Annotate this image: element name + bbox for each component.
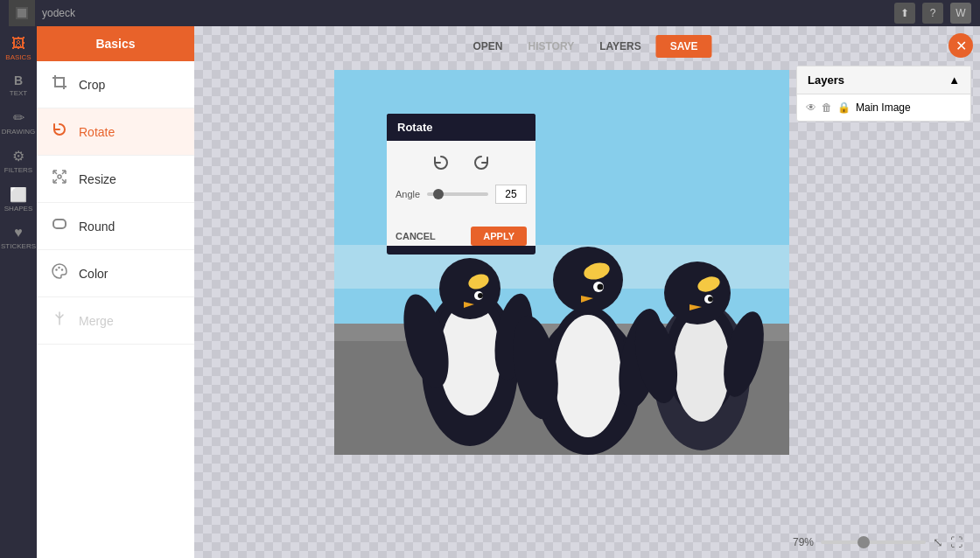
zoom-percent: 79%	[793, 536, 814, 548]
svg-point-4	[55, 269, 57, 270]
rotate-icon	[51, 121, 68, 143]
expand-icon[interactable]: ⤡	[933, 535, 943, 549]
apply-button[interactable]: APPLY	[471, 227, 527, 246]
angle-input[interactable]	[495, 185, 527, 204]
app-title: yodeck	[42, 7, 894, 19]
round-icon	[51, 215, 68, 237]
left-sidebar: 🖼 BASICS B TEXT ✏ DRAWING ⚙ FILTERS ⬜ SH…	[0, 26, 37, 558]
svg-rect-1	[18, 9, 26, 17]
tools-panel: Basics Crop Rotate	[37, 26, 194, 558]
layer-delete-icon[interactable]: 🗑	[822, 101, 832, 114]
app-logo	[9, 0, 35, 26]
resize-label: Resize	[79, 172, 116, 186]
shapes-icon: ⬜	[10, 186, 27, 203]
top-bar: yodeck ⬆ ? W	[0, 0, 980, 26]
angle-slider-thumb	[433, 189, 444, 199]
zoom-bar: 79% ⤡ ⛶	[793, 535, 962, 549]
svg-point-22	[555, 315, 621, 437]
close-button[interactable]: ✕	[948, 33, 973, 58]
rotate-popup-footer: CANCEL APPLY	[387, 220, 536, 246]
basics-icon: 🖼	[11, 36, 25, 52]
color-icon	[51, 262, 68, 284]
tools-header: Basics	[37, 26, 194, 61]
round-label: Round	[79, 220, 115, 234]
tool-crop[interactable]: Crop	[37, 61, 194, 108]
history-button[interactable]: HISTORY	[517, 35, 584, 58]
zoom-slider-thumb	[858, 536, 870, 548]
save-button[interactable]: SAVE	[656, 35, 712, 58]
sidebar-item-stickers[interactable]: ♥ STICKERS	[2, 220, 35, 255]
svg-rect-3	[53, 220, 66, 228]
svg-point-23	[553, 247, 623, 313]
layer-name: Main Image	[856, 101, 962, 114]
svg-point-17	[478, 293, 483, 298]
layer-lock-icon[interactable]: 🔒	[837, 101, 850, 114]
fullscreen-icon[interactable]: ⛶	[950, 535, 962, 549]
angle-label: Angle	[396, 189, 420, 199]
tool-color[interactable]: Color	[37, 250, 194, 297]
sidebar-item-shapes[interactable]: ⬜ SHAPES	[2, 181, 35, 218]
tool-merge[interactable]: Merge	[37, 297, 194, 345]
angle-row: Angle	[396, 185, 527, 204]
rotate-direction-icons	[396, 150, 527, 176]
tool-rotate[interactable]: Rotate	[37, 108, 194, 156]
layers-panel: Layers ▲ 👁 🗑 🔒 Main Image	[796, 66, 971, 122]
stickers-icon: ♥	[14, 225, 23, 241]
help-icon[interactable]: ?	[922, 3, 943, 24]
rotate-popup-body: Angle	[387, 141, 536, 220]
rotate-popup-title: Rotate	[387, 114, 536, 141]
layers-header: Layers ▲	[797, 66, 970, 94]
drawing-icon: ✏	[13, 109, 24, 126]
layers-title: Layers	[808, 73, 844, 87]
color-label: Color	[79, 267, 108, 281]
sidebar-item-drawing[interactable]: ✏ DRAWING	[2, 104, 35, 141]
svg-point-2	[58, 175, 61, 178]
tool-round[interactable]: Round	[37, 203, 194, 250]
rotate-popup: Rotate	[387, 114, 536, 255]
canvas-toolbar: OPEN HISTORY LAYERS SAVE	[462, 35, 711, 58]
svg-point-26	[598, 284, 604, 290]
layer-visible-icon[interactable]: 👁	[806, 101, 816, 114]
sidebar-item-basics[interactable]: 🖼 BASICS	[2, 31, 35, 66]
tool-resize[interactable]: Resize	[37, 156, 194, 203]
svg-point-14	[439, 258, 500, 319]
svg-point-5	[58, 267, 60, 269]
canvas-area: OPEN HISTORY LAYERS SAVE Rotate	[194, 26, 980, 558]
top-bar-actions: ⬆ ? W	[894, 3, 971, 24]
rotate-right-button[interactable]	[468, 150, 494, 176]
zoom-slider[interactable]	[821, 541, 926, 544]
crop-icon	[51, 73, 68, 95]
open-button[interactable]: OPEN	[462, 35, 513, 58]
svg-point-35	[708, 296, 713, 302]
crop-label: Crop	[79, 78, 105, 92]
user-icon[interactable]: W	[950, 3, 971, 24]
layers-button[interactable]: LAYERS	[589, 35, 652, 58]
angle-slider[interactable]	[427, 192, 488, 196]
rotate-left-button[interactable]	[428, 150, 454, 176]
merge-icon	[51, 310, 68, 331]
sidebar-item-text[interactable]: B TEXT	[2, 68, 35, 102]
main-layout: 🖼 BASICS B TEXT ✏ DRAWING ⚙ FILTERS ⬜ SH…	[0, 26, 980, 558]
cancel-button[interactable]: CANCEL	[396, 227, 436, 246]
text-icon: B	[14, 73, 23, 87]
svg-point-32	[664, 262, 731, 324]
layer-item[interactable]: 👁 🗑 🔒 Main Image	[797, 94, 970, 121]
sidebar-item-filters[interactable]: ⚙ FILTERS	[2, 143, 35, 179]
cloud-icon[interactable]: ⬆	[894, 3, 915, 24]
rotate-label: Rotate	[79, 125, 115, 139]
svg-point-6	[61, 269, 63, 270]
svg-point-31	[674, 313, 730, 422]
layers-collapse-icon[interactable]: ▲	[948, 73, 960, 87]
merge-label: Merge	[79, 314, 114, 328]
resize-icon	[51, 168, 68, 190]
filters-icon: ⚙	[12, 148, 24, 164]
